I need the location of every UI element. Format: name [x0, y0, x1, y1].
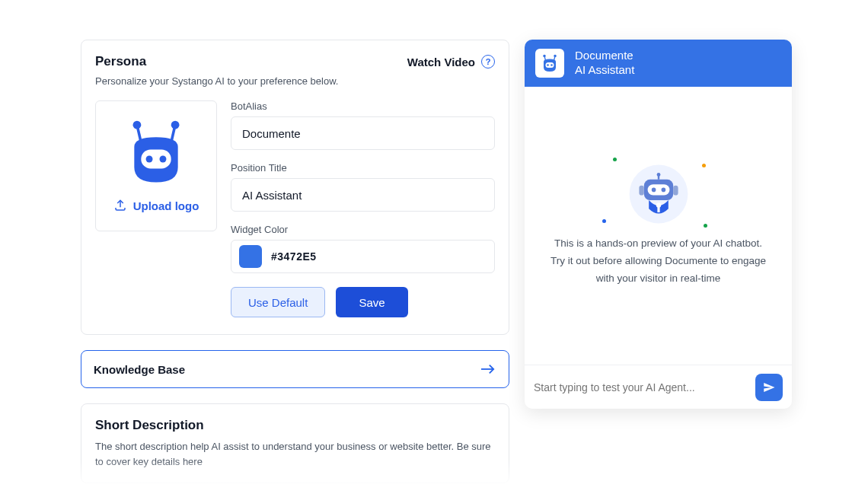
preview-bot-avatar — [628, 164, 689, 225]
svg-rect-17 — [647, 184, 669, 195]
svg-point-19 — [661, 188, 665, 193]
use-default-button[interactable]: Use Default — [231, 287, 325, 317]
watch-video-label: Watch Video — [407, 56, 475, 68]
preview-logo-icon — [535, 49, 564, 78]
position-title-label: Position Title — [231, 162, 495, 174]
svg-point-18 — [651, 188, 656, 193]
svg-point-13 — [547, 64, 549, 66]
send-button[interactable] — [755, 374, 783, 401]
arrow-right-icon — [480, 362, 496, 376]
upload-icon — [113, 199, 127, 212]
bot-alias-label: BotAlias — [231, 100, 495, 112]
svg-rect-12 — [546, 62, 554, 68]
send-icon — [762, 381, 776, 394]
widget-color-label: Widget Color — [231, 224, 495, 235]
preview-header: Documente AI Assistant — [525, 40, 792, 87]
help-icon: ? — [481, 55, 495, 68]
svg-rect-24 — [639, 186, 643, 196]
widget-color-input[interactable]: #3472E5 — [231, 240, 495, 273]
chatbot-preview: Documente AI Assistant — [525, 40, 792, 409]
color-swatch-icon — [239, 245, 262, 268]
persona-card: Persona Watch Video ? Personalize your S… — [81, 40, 509, 335]
short-description-card: Short Description The short description … — [81, 403, 509, 483]
logo-upload-box[interactable]: Upload logo — [95, 100, 217, 231]
svg-point-5 — [146, 155, 153, 162]
svg-rect-23 — [657, 206, 659, 212]
short-description-title: Short Description — [95, 418, 495, 433]
bot-logo-icon — [122, 119, 190, 185]
watch-video-link[interactable]: Watch Video ? — [407, 55, 495, 68]
save-button[interactable]: Save — [336, 287, 407, 317]
preview-bot-name: Documente — [575, 49, 634, 63]
svg-rect-4 — [141, 149, 171, 168]
preview-bot-subtitle: AI Assistant — [575, 63, 634, 78]
svg-point-14 — [550, 64, 553, 66]
upload-logo-label: Upload logo — [133, 199, 199, 212]
upload-logo-button[interactable]: Upload logo — [113, 199, 199, 212]
persona-subtitle: Personalize your Systango AI to your pre… — [95, 75, 495, 87]
short-description-subtitle: The short description help AI assist to … — [95, 439, 495, 469]
preview-body-text: This is a hands-on preview of your AI ch… — [546, 235, 771, 288]
svg-point-6 — [159, 155, 166, 162]
knowledge-base-title: Knowledge Base — [94, 363, 185, 376]
bot-alias-input[interactable] — [231, 116, 495, 150]
position-title-input[interactable] — [231, 178, 495, 212]
preview-chat-input[interactable] — [534, 381, 748, 393]
widget-color-value: #3472E5 — [271, 250, 317, 263]
knowledge-base-row[interactable]: Knowledge Base — [81, 350, 509, 388]
persona-title: Persona — [95, 54, 146, 69]
svg-rect-25 — [673, 186, 678, 196]
